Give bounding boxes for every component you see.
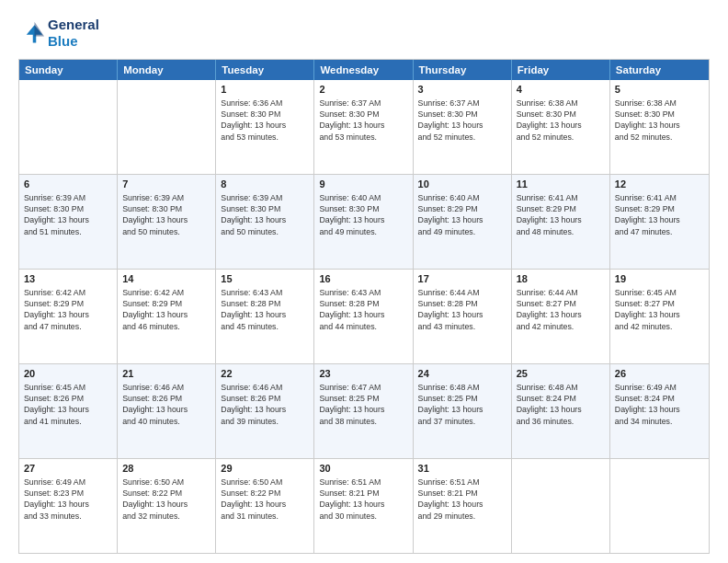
day-number: 23 bbox=[319, 367, 407, 381]
header: General Blue bbox=[18, 17, 710, 50]
day-info: Sunrise: 6:47 AM Sunset: 8:25 PM Dayligh… bbox=[319, 382, 407, 427]
day-number: 31 bbox=[418, 462, 506, 476]
calendar-day-cell: 4Sunrise: 6:38 AM Sunset: 8:30 PM Daylig… bbox=[512, 80, 610, 174]
empty-cell bbox=[512, 459, 610, 553]
calendar-header: SundayMondayTuesdayWednesdayThursdayFrid… bbox=[19, 60, 709, 80]
day-number: 7 bbox=[122, 178, 210, 191]
calendar-day-cell: 23Sunrise: 6:47 AM Sunset: 8:25 PM Dayli… bbox=[314, 364, 413, 458]
day-number: 14 bbox=[122, 272, 210, 286]
day-number: 25 bbox=[517, 367, 605, 381]
calendar-day-cell: 9Sunrise: 6:40 AM Sunset: 8:30 PM Daylig… bbox=[314, 175, 413, 269]
day-number: 26 bbox=[615, 367, 704, 381]
calendar-day-cell: 11Sunrise: 6:41 AM Sunset: 8:29 PM Dayli… bbox=[512, 175, 610, 269]
calendar-day-cell: 3Sunrise: 6:37 AM Sunset: 8:30 PM Daylig… bbox=[414, 80, 512, 174]
logo: General Blue bbox=[18, 17, 99, 50]
calendar-day-cell: 6Sunrise: 6:39 AM Sunset: 8:30 PM Daylig… bbox=[19, 175, 118, 269]
calendar-row: 27Sunrise: 6:49 AM Sunset: 8:23 PM Dayli… bbox=[19, 458, 709, 553]
day-number: 24 bbox=[418, 367, 506, 381]
day-number: 17 bbox=[418, 272, 506, 286]
calendar-day-cell: 26Sunrise: 6:49 AM Sunset: 8:24 PM Dayli… bbox=[610, 364, 709, 458]
logo-icon bbox=[18, 20, 44, 46]
calendar-day-cell: 2Sunrise: 6:37 AM Sunset: 8:30 PM Daylig… bbox=[314, 80, 413, 174]
day-number: 6 bbox=[24, 178, 112, 191]
svg-marker-1 bbox=[35, 22, 45, 37]
day-number: 8 bbox=[221, 178, 309, 191]
day-info: Sunrise: 6:43 AM Sunset: 8:28 PM Dayligh… bbox=[221, 287, 309, 332]
calendar-day-cell: 10Sunrise: 6:40 AM Sunset: 8:29 PM Dayli… bbox=[414, 175, 512, 269]
day-number: 11 bbox=[517, 178, 605, 191]
calendar-row: 13Sunrise: 6:42 AM Sunset: 8:29 PM Dayli… bbox=[19, 269, 709, 363]
calendar-body: 1Sunrise: 6:36 AM Sunset: 8:30 PM Daylig… bbox=[19, 80, 709, 553]
weekday-header: Sunday bbox=[19, 60, 118, 80]
day-info: Sunrise: 6:45 AM Sunset: 8:26 PM Dayligh… bbox=[24, 382, 112, 427]
day-number: 5 bbox=[615, 83, 704, 97]
day-info: Sunrise: 6:39 AM Sunset: 8:30 PM Dayligh… bbox=[221, 192, 309, 237]
weekday-header: Friday bbox=[512, 60, 610, 80]
day-info: Sunrise: 6:51 AM Sunset: 8:21 PM Dayligh… bbox=[418, 477, 506, 522]
day-info: Sunrise: 6:48 AM Sunset: 8:24 PM Dayligh… bbox=[517, 382, 605, 427]
calendar-day-cell: 25Sunrise: 6:48 AM Sunset: 8:24 PM Dayli… bbox=[512, 364, 610, 458]
calendar-day-cell: 12Sunrise: 6:41 AM Sunset: 8:29 PM Dayli… bbox=[610, 175, 709, 269]
calendar-day-cell: 16Sunrise: 6:43 AM Sunset: 8:28 PM Dayli… bbox=[314, 270, 413, 363]
day-number: 22 bbox=[221, 367, 309, 381]
day-number: 12 bbox=[615, 178, 704, 191]
calendar-day-cell: 27Sunrise: 6:49 AM Sunset: 8:23 PM Dayli… bbox=[19, 459, 118, 553]
calendar-row: 1Sunrise: 6:36 AM Sunset: 8:30 PM Daylig… bbox=[19, 80, 709, 174]
day-info: Sunrise: 6:49 AM Sunset: 8:23 PM Dayligh… bbox=[24, 477, 112, 522]
day-info: Sunrise: 6:36 AM Sunset: 8:30 PM Dayligh… bbox=[221, 98, 309, 143]
calendar-day-cell: 21Sunrise: 6:46 AM Sunset: 8:26 PM Dayli… bbox=[118, 364, 216, 458]
calendar-day-cell: 15Sunrise: 6:43 AM Sunset: 8:28 PM Dayli… bbox=[216, 270, 314, 363]
day-info: Sunrise: 6:38 AM Sunset: 8:30 PM Dayligh… bbox=[517, 98, 605, 143]
day-info: Sunrise: 6:44 AM Sunset: 8:27 PM Dayligh… bbox=[517, 287, 605, 332]
day-number: 1 bbox=[221, 83, 309, 97]
calendar-day-cell: 18Sunrise: 6:44 AM Sunset: 8:27 PM Dayli… bbox=[512, 270, 610, 363]
day-info: Sunrise: 6:37 AM Sunset: 8:30 PM Dayligh… bbox=[418, 98, 506, 143]
day-info: Sunrise: 6:37 AM Sunset: 8:30 PM Dayligh… bbox=[319, 98, 407, 143]
day-number: 30 bbox=[319, 462, 407, 476]
day-info: Sunrise: 6:45 AM Sunset: 8:27 PM Dayligh… bbox=[615, 287, 704, 332]
day-info: Sunrise: 6:39 AM Sunset: 8:30 PM Dayligh… bbox=[24, 192, 112, 237]
day-info: Sunrise: 6:43 AM Sunset: 8:28 PM Dayligh… bbox=[319, 287, 407, 332]
day-info: Sunrise: 6:48 AM Sunset: 8:25 PM Dayligh… bbox=[418, 382, 506, 427]
calendar: SundayMondayTuesdayWednesdayThursdayFrid… bbox=[18, 59, 710, 554]
day-number: 27 bbox=[24, 462, 112, 476]
day-info: Sunrise: 6:51 AM Sunset: 8:21 PM Dayligh… bbox=[319, 477, 407, 522]
day-number: 9 bbox=[319, 178, 407, 191]
logo-blue: Blue bbox=[48, 33, 99, 50]
calendar-day-cell: 28Sunrise: 6:50 AM Sunset: 8:22 PM Dayli… bbox=[118, 459, 216, 553]
calendar-day-cell: 14Sunrise: 6:42 AM Sunset: 8:29 PM Dayli… bbox=[118, 270, 216, 363]
weekday-header: Tuesday bbox=[216, 60, 314, 80]
calendar-row: 6Sunrise: 6:39 AM Sunset: 8:30 PM Daylig… bbox=[19, 174, 709, 269]
day-info: Sunrise: 6:46 AM Sunset: 8:26 PM Dayligh… bbox=[122, 382, 210, 427]
day-number: 4 bbox=[517, 83, 605, 97]
calendar-day-cell: 5Sunrise: 6:38 AM Sunset: 8:30 PM Daylig… bbox=[610, 80, 709, 174]
day-number: 18 bbox=[517, 272, 605, 286]
day-number: 28 bbox=[122, 462, 210, 476]
calendar-row: 20Sunrise: 6:45 AM Sunset: 8:26 PM Dayli… bbox=[19, 363, 709, 458]
calendar-day-cell: 20Sunrise: 6:45 AM Sunset: 8:26 PM Dayli… bbox=[19, 364, 118, 458]
day-info: Sunrise: 6:42 AM Sunset: 8:29 PM Dayligh… bbox=[24, 287, 112, 332]
day-info: Sunrise: 6:46 AM Sunset: 8:26 PM Dayligh… bbox=[221, 382, 309, 427]
calendar-day-cell: 24Sunrise: 6:48 AM Sunset: 8:25 PM Dayli… bbox=[414, 364, 512, 458]
day-info: Sunrise: 6:41 AM Sunset: 8:29 PM Dayligh… bbox=[615, 192, 704, 237]
day-info: Sunrise: 6:39 AM Sunset: 8:30 PM Dayligh… bbox=[122, 192, 210, 237]
calendar-day-cell: 22Sunrise: 6:46 AM Sunset: 8:26 PM Dayli… bbox=[216, 364, 314, 458]
day-number: 10 bbox=[418, 178, 506, 191]
day-number: 20 bbox=[24, 367, 112, 381]
day-number: 19 bbox=[615, 272, 704, 286]
calendar-day-cell: 30Sunrise: 6:51 AM Sunset: 8:21 PM Dayli… bbox=[314, 459, 413, 553]
calendar-day-cell: 8Sunrise: 6:39 AM Sunset: 8:30 PM Daylig… bbox=[216, 175, 314, 269]
day-info: Sunrise: 6:50 AM Sunset: 8:22 PM Dayligh… bbox=[221, 477, 309, 522]
calendar-day-cell: 19Sunrise: 6:45 AM Sunset: 8:27 PM Dayli… bbox=[610, 270, 709, 363]
calendar-day-cell: 31Sunrise: 6:51 AM Sunset: 8:21 PM Dayli… bbox=[414, 459, 512, 553]
calendar-day-cell: 29Sunrise: 6:50 AM Sunset: 8:22 PM Dayli… bbox=[216, 459, 314, 553]
day-number: 29 bbox=[221, 462, 309, 476]
logo-general: General bbox=[48, 17, 99, 33]
day-info: Sunrise: 6:50 AM Sunset: 8:22 PM Dayligh… bbox=[122, 477, 210, 522]
weekday-header: Wednesday bbox=[314, 60, 413, 80]
day-number: 13 bbox=[24, 272, 112, 286]
day-info: Sunrise: 6:44 AM Sunset: 8:28 PM Dayligh… bbox=[418, 287, 506, 332]
page: General Blue SundayMondayTuesdayWednesda… bbox=[0, 0, 728, 563]
weekday-header: Thursday bbox=[414, 60, 512, 80]
weekday-header: Monday bbox=[118, 60, 216, 80]
